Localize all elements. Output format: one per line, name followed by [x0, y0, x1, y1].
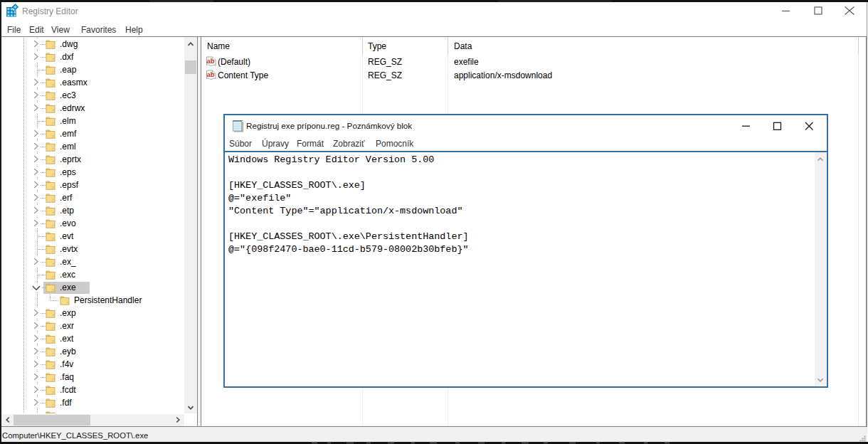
svg-text:ab: ab: [206, 58, 214, 65]
svg-text:ab: ab: [206, 71, 214, 78]
